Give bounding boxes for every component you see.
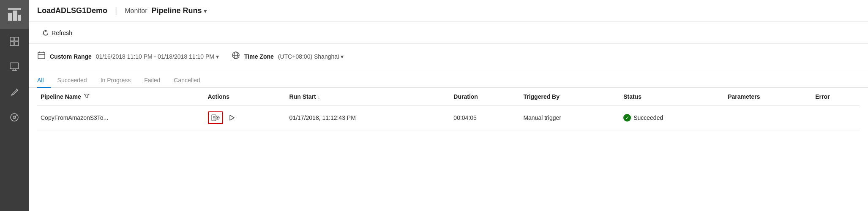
timezone-value[interactable]: (UTC+08:00) Shanghai ▾: [278, 53, 344, 60]
rerun-button[interactable]: [208, 111, 223, 124]
svg-rect-2: [18, 15, 21, 21]
custom-range-label: Custom Range: [50, 53, 92, 60]
success-checkmark-icon: ✓: [623, 114, 631, 122]
cell-run-start: 01/17/2018, 11:12:43 PM: [286, 106, 450, 130]
svg-rect-5: [15, 37, 19, 41]
cell-pipeline-name[interactable]: CopyFromAmazonS3To...: [37, 106, 205, 130]
svg-rect-3: [8, 8, 21, 10]
cell-status: ✓ Succeeded: [620, 106, 724, 130]
timezone-filter: Time Zone (UTC+08:00) Shanghai ▾: [232, 51, 344, 62]
page-header: LoadADLSG1Demo | Monitor Pipeline Runs ▾: [29, 0, 868, 22]
svg-marker-28: [217, 117, 219, 119]
tab-failed[interactable]: Failed: [137, 73, 167, 88]
date-range-value[interactable]: 01/16/2018 11:10 PM - 01/18/2018 11:10 P…: [96, 53, 219, 60]
actions-cell: [208, 111, 283, 124]
tab-all[interactable]: All: [37, 73, 51, 88]
svg-rect-4: [10, 37, 14, 41]
sidebar-item-monitor[interactable]: [0, 54, 29, 79]
header-page-title: Pipeline Runs ▾: [152, 6, 207, 15]
header-monitor: Monitor: [125, 7, 147, 15]
timezone-chevron-icon: ▾: [341, 53, 344, 60]
rerun-icon: [211, 114, 220, 121]
svg-rect-7: [15, 42, 19, 46]
header-separator: |: [115, 6, 117, 16]
svg-rect-1: [13, 11, 17, 21]
col-triggered-by: Triggered By: [520, 88, 620, 106]
pipeline-runs-table-container: Pipeline Name Actions Run Start ↓: [29, 88, 868, 211]
globe-icon: [232, 51, 240, 62]
col-duration: Duration: [450, 88, 520, 106]
col-error: Error: [812, 88, 860, 106]
filter-bar: Custom Range 01/16/2018 11:10 PM - 01/18…: [29, 44, 868, 69]
sidebar-item-gauge[interactable]: [0, 105, 29, 130]
cell-duration: 00:04:05: [450, 106, 520, 130]
toolbar: Refresh: [29, 22, 868, 44]
play-button[interactable]: [226, 112, 237, 124]
run-start-sort-icon[interactable]: ↓: [317, 94, 320, 100]
tab-cancelled[interactable]: Cancelled: [167, 73, 207, 88]
col-parameters: Parameters: [724, 88, 812, 106]
play-icon: [228, 114, 235, 121]
table-header-row: Pipeline Name Actions Run Start ↓: [37, 88, 860, 106]
refresh-label: Refresh: [52, 30, 72, 36]
range-chevron-icon: ▾: [216, 53, 219, 60]
app-logo: [0, 0, 29, 29]
refresh-icon: [42, 30, 49, 36]
cell-actions: [205, 106, 286, 130]
pipeline-filter-icon[interactable]: [84, 93, 90, 100]
status-succeeded: ✓ Succeeded: [623, 114, 721, 122]
svg-marker-29: [230, 115, 234, 120]
svg-rect-0: [8, 13, 12, 21]
tab-succeeded[interactable]: Succeeded: [51, 73, 94, 88]
table-row: CopyFromAmazonS3To...: [37, 106, 860, 130]
cell-parameters: [724, 106, 812, 130]
refresh-button[interactable]: Refresh: [37, 27, 77, 39]
cell-error: [812, 106, 860, 130]
calendar-icon: [37, 51, 46, 62]
svg-rect-6: [10, 42, 14, 46]
main-content: LoadADLSG1Demo | Monitor Pipeline Runs ▾…: [29, 0, 868, 211]
chevron-down-icon: ▾: [204, 8, 207, 14]
sidebar-item-dashboard[interactable]: [0, 29, 29, 54]
timezone-label: Time Zone: [244, 53, 274, 60]
app-name: LoadADLSG1Demo: [37, 6, 107, 15]
tab-in-progress[interactable]: In Progress: [94, 73, 138, 88]
svg-rect-9: [10, 66, 19, 66]
cell-triggered-by: Manual trigger: [520, 106, 620, 130]
svg-rect-16: [38, 52, 45, 59]
col-actions: Actions: [205, 88, 286, 106]
col-pipeline-name: Pipeline Name: [37, 88, 205, 106]
date-range-filter: Custom Range 01/16/2018 11:10 PM - 01/18…: [37, 51, 219, 62]
col-run-start: Run Start ↓: [286, 88, 450, 106]
sidebar-item-edit[interactable]: [0, 79, 29, 105]
pipeline-runs-table: Pipeline Name Actions Run Start ↓: [37, 88, 860, 130]
status-tabs: All Succeeded In Progress Failed Cancell…: [29, 69, 868, 88]
col-status: Status: [620, 88, 724, 106]
sidebar: [0, 0, 29, 211]
